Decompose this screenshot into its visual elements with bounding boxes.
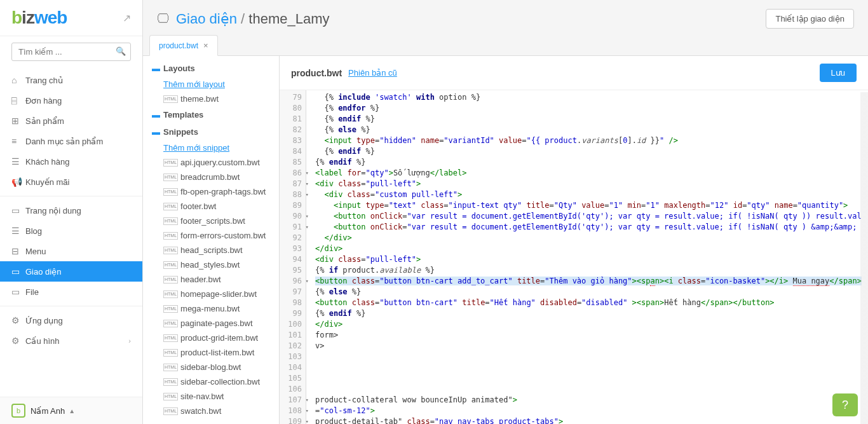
help-button[interactable]: ? bbox=[832, 393, 858, 416]
editor-header: product.bwt Phiên bản cũ Lưu bbox=[280, 56, 868, 90]
html-file-icon: HTML bbox=[163, 261, 178, 269]
nav-item[interactable]: ⌸Đơn hàng bbox=[0, 90, 142, 111]
nav-icon: ☰ bbox=[11, 226, 25, 236]
editor-pane: product.bwt Phiên bản cũ Lưu 79808182838… bbox=[280, 56, 868, 424]
html-file-icon: HTML bbox=[163, 247, 178, 254]
html-file-icon: HTML bbox=[163, 174, 178, 181]
main: 🖵 Giao diện / theme_Lamy Thiết lập giao … bbox=[143, 0, 868, 424]
file-item[interactable]: HTMLmega-menu.bwt bbox=[143, 301, 279, 316]
desktop-icon: 🖵 bbox=[157, 11, 170, 26]
nav-item[interactable]: ▭Giao diện bbox=[0, 261, 142, 282]
file-item[interactable]: HTMLfb-open-graph-tags.bwt bbox=[143, 184, 279, 199]
folder-icon: ▬ bbox=[152, 64, 163, 73]
folder-layouts[interactable]: ▬Layouts bbox=[143, 60, 279, 77]
gutter: 7980818283848586878889909192939495969798… bbox=[280, 90, 306, 424]
file-item[interactable]: HTMLsidebar-collection.bwt bbox=[143, 374, 279, 389]
html-file-icon: HTML bbox=[163, 276, 178, 284]
add-layout-link[interactable]: Thêm mới layout bbox=[143, 77, 279, 92]
nav-item[interactable]: ▭Trang nội dung bbox=[0, 200, 142, 221]
caret-up-icon: ▲ bbox=[69, 407, 75, 414]
file-item[interactable]: HTMLfooter.bwt bbox=[143, 199, 279, 214]
file-item[interactable]: HTMLform-errors-custom.bwt bbox=[143, 228, 279, 243]
breadcrumb: Giao diện / theme_Lamy bbox=[176, 11, 330, 27]
nav-icon: ⊟ bbox=[11, 246, 25, 256]
file-item[interactable]: HTMLsite-nav.bwt bbox=[143, 389, 279, 404]
html-file-icon: HTML bbox=[163, 407, 178, 415]
folder-icon: ▬ bbox=[152, 110, 163, 120]
nav-item[interactable]: ⌂Trang chủ bbox=[0, 70, 142, 90]
code-area[interactable]: {% include 'swatch' with option %} {% en… bbox=[306, 90, 868, 424]
setup-theme-button[interactable]: Thiết lập giao diện bbox=[766, 9, 854, 29]
nav-item[interactable]: ⊟Menu bbox=[0, 241, 142, 261]
html-file-icon: HTML bbox=[163, 305, 178, 313]
search-input[interactable] bbox=[11, 43, 131, 61]
logo[interactable]: bizweb bbox=[11, 8, 67, 28]
nav-icon: ▭ bbox=[11, 266, 25, 277]
html-file-icon: HTML bbox=[163, 349, 178, 357]
file-item[interactable]: HTMLswatch.bwt bbox=[143, 404, 279, 418]
file-item[interactable]: HTMLhead_styles.bwt bbox=[143, 257, 279, 272]
html-file-icon: HTML bbox=[163, 320, 178, 327]
nav-item[interactable]: ☰Khách hàng bbox=[0, 151, 142, 172]
file-item[interactable]: HTMLsidebar-blog.bwt bbox=[143, 360, 279, 374]
html-file-icon: HTML bbox=[163, 95, 178, 103]
nav-item[interactable]: ☰Blog bbox=[0, 221, 142, 241]
nav-icon: ▭ bbox=[11, 287, 25, 297]
search-box: 🔍 bbox=[0, 36, 142, 67]
html-file-icon: HTML bbox=[163, 188, 178, 196]
tab-product-bwt[interactable]: product.bwt × bbox=[149, 35, 218, 56]
folder-icon: ▬ bbox=[152, 127, 163, 137]
external-link-icon[interactable]: ↗ bbox=[123, 12, 131, 24]
code-editor[interactable]: 7980818283848586878889909192939495969798… bbox=[280, 90, 868, 424]
file-item[interactable]: HTMLproduct-grid-item.bwt bbox=[143, 331, 279, 345]
nav-item[interactable]: 📢Khuyến mãi bbox=[0, 172, 142, 192]
html-file-icon: HTML bbox=[163, 291, 178, 298]
nav-icon: ⌂ bbox=[11, 75, 25, 85]
html-file-icon: HTML bbox=[163, 232, 178, 240]
folder-snippets[interactable]: ▬Snippets bbox=[143, 123, 279, 140]
file-item[interactable]: HTMLpaginate-pages.bwt bbox=[143, 316, 279, 331]
file-item[interactable]: HTMLfooter_scripts.bwt bbox=[143, 214, 279, 228]
chevron-right-icon: › bbox=[128, 337, 131, 345]
file-tabs: product.bwt × bbox=[143, 35, 868, 56]
nav-item[interactable]: ⚙Cấu hình› bbox=[0, 331, 142, 351]
html-file-icon: HTML bbox=[163, 393, 178, 400]
file-tree: ▬LayoutsThêm mới layoutHTMLtheme.bwt▬Tem… bbox=[143, 56, 280, 424]
close-icon[interactable]: × bbox=[203, 41, 208, 50]
nav-icon: ☰ bbox=[11, 156, 25, 167]
file-item[interactable]: HTMLhead_scripts.bwt bbox=[143, 243, 279, 257]
save-button[interactable]: Lưu bbox=[820, 64, 857, 82]
html-file-icon: HTML bbox=[163, 159, 178, 167]
file-item[interactable]: HTMLhomepage-slider.bwt bbox=[143, 287, 279, 301]
nav-icon: ▭ bbox=[11, 205, 25, 215]
html-file-icon: HTML bbox=[163, 364, 178, 371]
avatar-icon: b bbox=[11, 404, 25, 418]
editor-filename: product.bwt bbox=[291, 68, 342, 78]
nav-item[interactable]: ⚙Ứng dụng bbox=[0, 310, 142, 331]
folder-templates[interactable]: ▬Templates bbox=[143, 106, 279, 123]
sidebar: bizweb ↗ 🔍 ⌂Trang chủ⌸Đơn hàng⊞Sản phẩm≡… bbox=[0, 0, 143, 424]
html-file-icon: HTML bbox=[163, 378, 178, 386]
nav-item[interactable]: ▭File bbox=[0, 282, 142, 302]
logo-row: bizweb ↗ bbox=[0, 0, 142, 36]
file-item[interactable]: HTMLapi.jquery.custom.bwt bbox=[143, 155, 279, 170]
nav-primary: ⌂Trang chủ⌸Đơn hàng⊞Sản phẩm≡Danh mục sả… bbox=[0, 67, 142, 397]
nav-item[interactable]: ⊞Sản phẩm bbox=[0, 111, 142, 131]
user-name: Nấm Anh bbox=[31, 406, 65, 416]
old-version-link[interactable]: Phiên bản cũ bbox=[348, 68, 397, 78]
breadcrumb-link[interactable]: Giao diện bbox=[176, 11, 237, 27]
file-item[interactable]: HTMLtheme.bwt bbox=[143, 92, 279, 106]
user-menu[interactable]: b Nấm Anh ▲ bbox=[0, 397, 142, 424]
add-snippet-link[interactable]: Thêm mới snippet bbox=[143, 140, 279, 155]
nav-icon: 📢 bbox=[11, 177, 25, 187]
html-file-icon: HTML bbox=[163, 203, 178, 210]
nav-icon: ≡ bbox=[11, 136, 25, 146]
file-item[interactable]: HTMLbreadcrumb.bwt bbox=[143, 170, 279, 184]
search-icon[interactable]: 🔍 bbox=[116, 46, 126, 56]
file-item[interactable]: HTMLproduct-list-item.bwt bbox=[143, 345, 279, 360]
file-item[interactable]: HTMLheader.bwt bbox=[143, 272, 279, 287]
nav-icon: ⊞ bbox=[11, 116, 25, 126]
nav-item[interactable]: ≡Danh mục sản phẩm bbox=[0, 131, 142, 151]
nav-icon: ⌸ bbox=[11, 95, 25, 106]
topbar: 🖵 Giao diện / theme_Lamy Thiết lập giao … bbox=[143, 0, 868, 35]
